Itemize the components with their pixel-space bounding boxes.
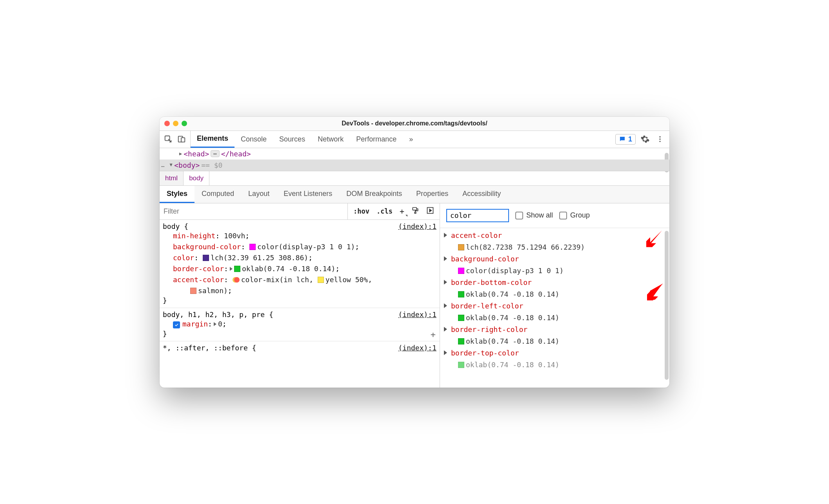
collapsed-ellipsis[interactable]: ⋯ [211, 150, 219, 157]
dom-tree: ▶ <head> ⋯ </head> … ▶ <body> == $0 [160, 148, 669, 171]
rule-selector[interactable]: *, ::after, ::before [163, 344, 248, 352]
rule-source-link[interactable]: (index):1 [398, 344, 436, 352]
tab-console[interactable]: Console [235, 131, 273, 148]
subtab-properties[interactable]: Properties [409, 186, 455, 203]
color-swatch[interactable] [458, 338, 464, 344]
svg-rect-7 [414, 212, 416, 213]
decl-prop[interactable]: border-color [173, 265, 224, 273]
styles-pane: :hov .cls + (index):1 body { min-heigh [160, 203, 440, 388]
svg-rect-2 [181, 138, 185, 142]
computed-property[interactable]: border-bottom-color oklab(0.74 -0.18 0.1… [444, 277, 665, 300]
computed-property[interactable]: accent-color lch(82.7238 75.1294 66.2239… [444, 230, 665, 253]
dom-more-icon[interactable]: … [161, 162, 164, 168]
computed-property[interactable]: border-left-color oklab(0.74 -0.18 0.14) [444, 300, 665, 324]
tab-network[interactable]: Network [311, 131, 350, 148]
messages-badge[interactable]: 1 [615, 134, 636, 145]
play-in-box-icon[interactable] [425, 207, 436, 216]
dom-node-body-selected[interactable]: … ▶ <body> == $0 [160, 160, 669, 171]
color-swatch[interactable] [318, 277, 324, 283]
color-swatch[interactable] [203, 255, 209, 261]
rule-source-link[interactable]: (index):1 [398, 222, 436, 230]
checkbox-icon[interactable] [559, 212, 567, 219]
decl-prop[interactable]: accent-color [173, 276, 224, 284]
crumb-body[interactable]: body [184, 171, 209, 185]
decl-prop[interactable]: min-height [173, 232, 215, 240]
decl-prop[interactable]: color [173, 254, 194, 262]
svg-point-5 [659, 141, 660, 142]
expand-arrow-icon[interactable] [444, 350, 447, 355]
scrollbar-thumb[interactable] [665, 231, 669, 380]
expand-arrow-icon[interactable]: ▶ [179, 151, 182, 156]
inspect-element-icon[interactable] [163, 134, 174, 145]
computed-property[interactable]: background-color color(display-p3 1 0 1) [444, 253, 665, 277]
color-swatch[interactable] [234, 266, 240, 272]
decl-prop[interactable]: margin [182, 320, 208, 328]
color-swatch[interactable] [458, 291, 464, 297]
traffic-lights [164, 121, 187, 126]
subtab-event-listeners[interactable]: Event Listeners [276, 186, 339, 203]
expand-shorthand-icon[interactable] [230, 267, 233, 271]
add-property-icon[interactable]: + [431, 330, 436, 339]
expand-arrow-icon[interactable] [444, 280, 447, 285]
paint-icon[interactable] [410, 207, 421, 216]
new-style-rule-icon[interactable]: + [398, 207, 406, 216]
styles-filter-input[interactable] [160, 203, 347, 219]
crumb-html[interactable]: html [160, 171, 184, 185]
rule-source-link[interactable]: (index):1 [398, 310, 436, 319]
decl-prop[interactable]: background-color [173, 243, 241, 251]
minimize-window-button[interactable] [173, 121, 178, 126]
kebab-menu-icon[interactable] [654, 134, 665, 145]
subtab-computed[interactable]: Computed [195, 186, 241, 203]
color-swatch[interactable] [458, 362, 464, 368]
computed-list: accent-color lch(82.7238 75.1294 66.2239… [440, 228, 669, 375]
property-enabled-checkbox[interactable] [173, 321, 180, 328]
rule-block: (index):1 body { min-height: 100vh; back… [160, 220, 440, 308]
computed-property[interactable]: border-top-color oklab(0.74 -0.18 0.14) [444, 347, 665, 371]
annotation-arrow-icon [644, 228, 664, 250]
messages-count: 1 [628, 135, 632, 143]
computed-filter-row: Show all Group [440, 203, 669, 228]
close-window-button[interactable] [164, 121, 170, 126]
breadcrumb-bar: html body [160, 171, 669, 186]
show-all-toggle[interactable]: Show all [515, 211, 553, 219]
color-swatch[interactable] [458, 244, 464, 250]
expand-arrow-icon[interactable] [444, 233, 447, 237]
rule-block: (index):1 body, h1, h2, h3, p, pre { mar… [160, 308, 440, 341]
maximize-window-button[interactable] [182, 121, 187, 126]
computed-filter-input[interactable] [446, 209, 509, 222]
svg-rect-6 [413, 208, 416, 210]
color-swatch[interactable] [458, 315, 464, 321]
subtab-accessibility[interactable]: Accessibility [455, 186, 508, 203]
tabs-overflow-icon[interactable]: » [403, 131, 419, 148]
dom-node-head[interactable]: ▶ <head> ⋯ </head> [160, 148, 669, 160]
expand-arrow-icon[interactable] [444, 303, 447, 308]
group-toggle[interactable]: Group [559, 211, 590, 219]
color-swatch[interactable] [249, 244, 256, 250]
color-swatch[interactable] [190, 288, 196, 294]
checkbox-icon[interactable] [515, 212, 523, 219]
color-mix-swatch[interactable] [233, 276, 240, 283]
hov-toggle[interactable]: :hov [352, 207, 371, 215]
rule-selector[interactable]: body [163, 310, 180, 319]
expand-shorthand-icon[interactable] [214, 322, 216, 326]
subtab-layout[interactable]: Layout [241, 186, 276, 203]
expand-arrow-icon[interactable] [444, 256, 447, 261]
panel-tabs: Elements Console Sources Network Perform… [191, 131, 611, 148]
tab-sources[interactable]: Sources [273, 131, 311, 148]
color-swatch[interactable] [458, 268, 464, 274]
styles-filter-row: :hov .cls + [160, 203, 440, 220]
computed-property[interactable]: border-right-color oklab(0.74 -0.18 0.14… [444, 324, 665, 347]
cls-toggle[interactable]: .cls [375, 207, 394, 215]
rule-selector[interactable]: body [163, 222, 180, 230]
selected-node-indicator: == $0 [201, 161, 222, 169]
svg-point-3 [659, 136, 660, 138]
subtab-styles[interactable]: Styles [160, 186, 195, 203]
tab-elements[interactable]: Elements [191, 131, 235, 148]
settings-gear-icon[interactable] [640, 134, 651, 145]
tab-performance[interactable]: Performance [350, 131, 403, 148]
title-bar: DevTools - developer.chrome.com/tags/dev… [160, 117, 669, 131]
subtab-dom-breakpoints[interactable]: DOM Breakpoints [339, 186, 409, 203]
collapse-arrow-icon[interactable]: ▶ [169, 163, 174, 166]
expand-arrow-icon[interactable] [444, 327, 447, 332]
device-toolbar-icon[interactable] [176, 134, 187, 145]
